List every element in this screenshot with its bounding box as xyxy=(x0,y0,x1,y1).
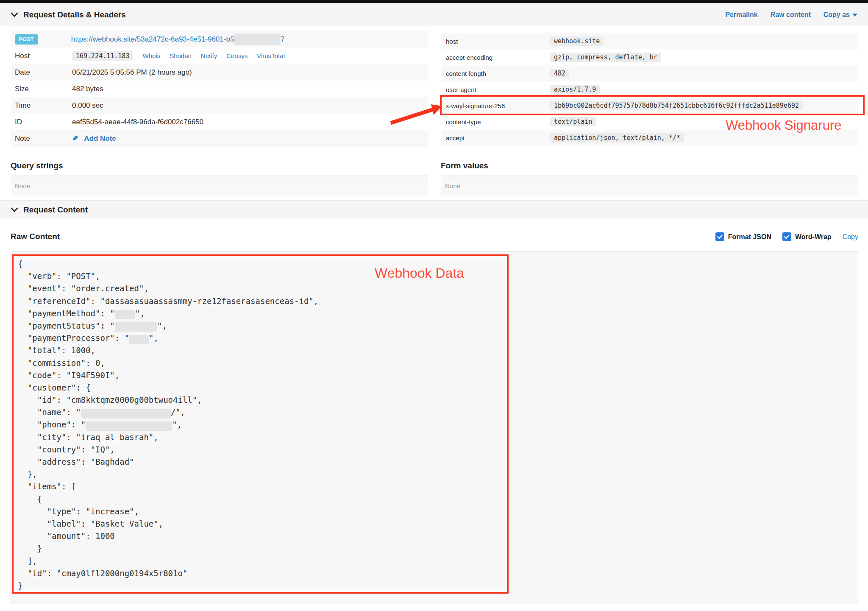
raw-content-link[interactable]: Raw content xyxy=(771,11,811,19)
url-row: POST https://webhook.site/53a2472c-6a93-… xyxy=(11,31,428,47)
request-content-title: Request Content xyxy=(23,205,88,215)
request-id-value: eef55d54-aeae-44f8-96da-f6d002c76650 xyxy=(72,118,203,126)
size-label: Size xyxy=(15,85,72,93)
url-redaction xyxy=(234,33,281,45)
form-values-title: Form values xyxy=(441,161,858,176)
redacted-value xyxy=(129,335,149,344)
header-row-accept-encoding: accept-encoding gzip, compress, deflate,… xyxy=(441,49,858,65)
header-name: accept xyxy=(446,134,550,142)
request-body-json: { "verb": "POST", "event": "order.create… xyxy=(18,258,318,592)
query-strings-empty: None xyxy=(11,176,428,195)
header-value: text/plain xyxy=(550,117,596,126)
redacted-value xyxy=(86,421,172,431)
signature-highlight-box xyxy=(440,95,865,115)
raw-content-title: Raw Content xyxy=(11,232,60,241)
host-row: Host 169.224.11.183 Whois Shodan Netify … xyxy=(11,47,428,64)
header-name: accept-encoding xyxy=(446,54,550,61)
size-row: Size 482 bytes xyxy=(11,81,428,97)
date-row: Date 05/21/2025 5:05:56 PM (2 hours ago) xyxy=(11,64,428,81)
form-values-empty: None xyxy=(441,176,858,195)
webhook-signature-annotation: Webhook Signarure xyxy=(726,118,841,133)
query-strings-title: Query strings xyxy=(11,161,428,176)
check-icon xyxy=(784,234,790,239)
request-url-link[interactable]: https://webhook.site/53a2472c-6a93-4e51-… xyxy=(71,33,285,45)
url-prefix: https://webhook.site/53a2472c-6a93-4e51-… xyxy=(71,35,234,44)
header-value: 482 xyxy=(550,69,569,78)
window-top-bar xyxy=(0,0,868,3)
header-name: content-type xyxy=(446,118,550,126)
header-row-content-length: content-length 482 xyxy=(441,65,858,81)
format-json-toggle[interactable]: Format JSON xyxy=(715,232,771,241)
virustotal-link[interactable]: VirusTotal xyxy=(257,52,285,59)
header-row-host: host webhook.site xyxy=(441,33,858,49)
header-value: webhook.site xyxy=(550,36,604,46)
url-suffix: 7 xyxy=(281,35,284,44)
date-value: 05/21/2025 5:05:56 PM (2 hours ago) xyxy=(72,68,192,77)
form-values-section: Form values None xyxy=(441,161,858,195)
header-value: application/json, text/plain, */* xyxy=(550,133,684,142)
check-icon xyxy=(717,234,723,239)
shodan-link[interactable]: Shodan xyxy=(170,52,192,59)
host-label: Host xyxy=(15,52,72,60)
time-label: Time xyxy=(15,101,72,110)
copy-as-label: Copy as xyxy=(823,11,850,18)
add-note-button[interactable]: ✎Add Note xyxy=(72,134,116,143)
permalink-link[interactable]: Permalink xyxy=(725,11,757,19)
redacted-value xyxy=(115,310,135,319)
note-label: Note xyxy=(15,134,72,143)
id-row: ID eef55d54-aeae-44f8-96da-f6d002c76650 xyxy=(11,114,428,130)
redacted-value xyxy=(115,322,157,332)
date-label: Date xyxy=(15,68,72,77)
copy-content-button[interactable]: Copy xyxy=(843,233,858,241)
time-row: Time 0.000 sec xyxy=(11,97,428,114)
header-name: content-length xyxy=(446,70,550,77)
header-value: axios/1.7.9 xyxy=(550,85,600,94)
annotation-arrow-icon xyxy=(379,97,451,131)
netify-link[interactable]: Netify xyxy=(201,52,217,59)
format-json-checkbox[interactable] xyxy=(715,232,724,241)
id-label: ID xyxy=(15,118,72,126)
word-wrap-checkbox[interactable] xyxy=(782,232,791,241)
size-value: 482 bytes xyxy=(72,85,103,93)
format-json-label: Format JSON xyxy=(728,233,771,241)
pencil-icon: ✎ xyxy=(72,134,78,143)
censys-link[interactable]: Censys xyxy=(226,52,248,59)
word-wrap-toggle[interactable]: Word-Wrap xyxy=(782,232,832,241)
webhook-request-page: Request Details & Headers Permalink Raw … xyxy=(0,0,868,611)
time-value: 0.000 sec xyxy=(72,101,103,110)
raw-content-controls: Format JSON Word-Wrap Copy xyxy=(715,232,858,241)
header-name: host xyxy=(446,38,550,45)
whois-link[interactable]: Whois xyxy=(142,52,160,59)
webhook-data-annotation: Webhook Data xyxy=(375,265,464,281)
add-note-label: Add Note xyxy=(84,134,116,143)
caret-down-icon xyxy=(852,14,857,17)
redacted-value xyxy=(81,409,171,418)
word-wrap-label: Word-Wrap xyxy=(795,233,832,241)
details-section-header: Request Details & Headers Permalink Raw … xyxy=(0,3,868,26)
copy-as-dropdown[interactable]: Copy as xyxy=(823,11,857,19)
note-row: Note ✎Add Note xyxy=(11,130,428,147)
host-ip-value: 169.224.11.183 xyxy=(72,51,133,61)
details-section-title: Request Details & Headers xyxy=(23,10,126,20)
header-name: user-agent xyxy=(446,86,550,93)
chevron-down-icon[interactable] xyxy=(11,12,18,17)
request-details-table: POST https://webhook.site/53a2472c-6a93-… xyxy=(11,31,428,147)
request-content-section-header: Request Content xyxy=(0,200,868,219)
header-value: gzip, compress, deflate, br xyxy=(550,53,661,62)
chevron-down-icon[interactable] xyxy=(11,207,18,212)
query-strings-section: Query strings None xyxy=(11,161,428,195)
method-badge: POST xyxy=(15,34,38,45)
